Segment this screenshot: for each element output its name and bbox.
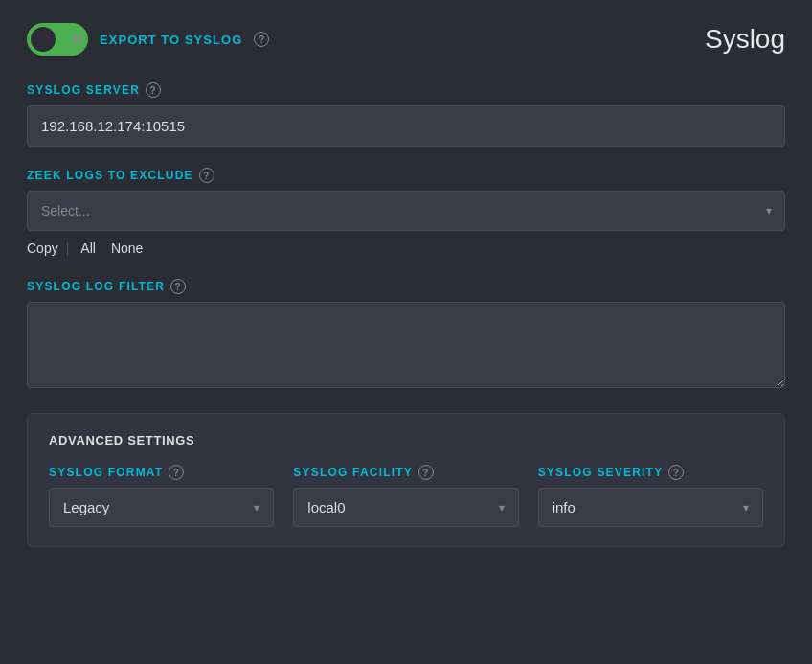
advanced-grid: SYSLOG FORMAT ? Legacy ▾ SYSLOG FACILITY…	[49, 465, 763, 527]
syslog-facility-label-text: SYSLOG FACILITY	[293, 466, 413, 479]
syslog-facility-dropdown[interactable]: local0 ▾	[293, 488, 518, 527]
header-left: EXPORT TO SYSLOG ?	[27, 23, 269, 56]
page-title: Syslog	[705, 24, 785, 55]
log-filter-label-text: SYSLOG LOG FILTER	[27, 280, 165, 293]
syslog-server-input[interactable]	[27, 105, 785, 147]
pause-icon	[74, 34, 81, 44]
syslog-facility-field: SYSLOG FACILITY ? local0 ▾	[293, 465, 518, 527]
syslog-severity-chevron-icon: ▾	[743, 501, 749, 515]
syslog-server-label-text: SYSLOG SERVER	[27, 83, 140, 97]
syslog-server-label: SYSLOG SERVER ?	[27, 82, 785, 98]
syslog-facility-value: local0	[307, 499, 345, 515]
log-filter-label: SYSLOG LOG FILTER ?	[27, 279, 785, 294]
pause-line-2	[79, 34, 81, 44]
syslog-facility-chevron-icon: ▾	[499, 501, 505, 515]
log-filter-help-icon[interactable]: ?	[170, 279, 186, 294]
syslog-facility-label: SYSLOG FACILITY ?	[293, 465, 518, 480]
syslog-facility-help-icon[interactable]: ?	[418, 465, 434, 480]
syslog-format-dropdown[interactable]: Legacy ▾	[49, 488, 274, 527]
toggle-knob	[31, 27, 56, 52]
syslog-format-chevron-icon: ▾	[254, 501, 259, 515]
syslog-severity-label-text: SYSLOG SEVERITY	[538, 466, 664, 479]
syslog-severity-help-icon[interactable]: ?	[668, 465, 684, 480]
syslog-server-section: SYSLOG SERVER ?	[27, 82, 785, 147]
zeek-logs-select[interactable]: Select...	[27, 191, 785, 231]
header: EXPORT TO SYSLOG ? Syslog	[27, 23, 785, 56]
main-container: EXPORT TO SYSLOG ? Syslog SYSLOG SERVER …	[0, 0, 812, 664]
log-filter-section: SYSLOG LOG FILTER ?	[27, 279, 785, 392]
export-label: EXPORT TO SYSLOG	[100, 33, 242, 47]
advanced-settings-section: ADVANCED SETTINGS SYSLOG FORMAT ? Legacy…	[27, 413, 785, 547]
zeek-logs-label: ZEEK LOGS TO EXCLUDE ?	[27, 168, 785, 183]
all-button[interactable]: All	[77, 239, 100, 258]
syslog-format-field: SYSLOG FORMAT ? Legacy ▾	[49, 465, 274, 527]
pause-line-1	[74, 34, 77, 44]
syslog-format-label-text: SYSLOG FORMAT	[49, 466, 163, 479]
syslog-format-label: SYSLOG FORMAT ?	[49, 465, 274, 480]
syslog-severity-value: info	[553, 499, 575, 515]
zeek-logs-select-wrapper: Select... ▾	[27, 191, 785, 231]
syslog-severity-dropdown[interactable]: info ▾	[538, 488, 763, 527]
export-toggle[interactable]	[27, 23, 88, 56]
copy-row: Copy | All None	[27, 239, 785, 258]
syslog-format-help-icon[interactable]: ?	[169, 465, 184, 480]
advanced-settings-title: ADVANCED SETTINGS	[49, 433, 763, 447]
syslog-server-help-icon[interactable]: ?	[146, 82, 161, 98]
syslog-format-value: Legacy	[63, 499, 109, 515]
copy-divider: |	[66, 240, 70, 256]
zeek-logs-help-icon[interactable]: ?	[199, 168, 214, 183]
export-help-icon[interactable]: ?	[254, 32, 269, 47]
none-button[interactable]: None	[107, 239, 147, 258]
syslog-severity-field: SYSLOG SEVERITY ? info ▾	[538, 465, 763, 527]
zeek-logs-section: ZEEK LOGS TO EXCLUDE ? Select... ▾ Copy …	[27, 168, 785, 258]
copy-button[interactable]: Copy	[27, 239, 58, 258]
syslog-severity-label: SYSLOG SEVERITY ?	[538, 465, 763, 480]
zeek-logs-label-text: ZEEK LOGS TO EXCLUDE	[27, 169, 193, 182]
log-filter-textarea[interactable]	[27, 302, 785, 388]
